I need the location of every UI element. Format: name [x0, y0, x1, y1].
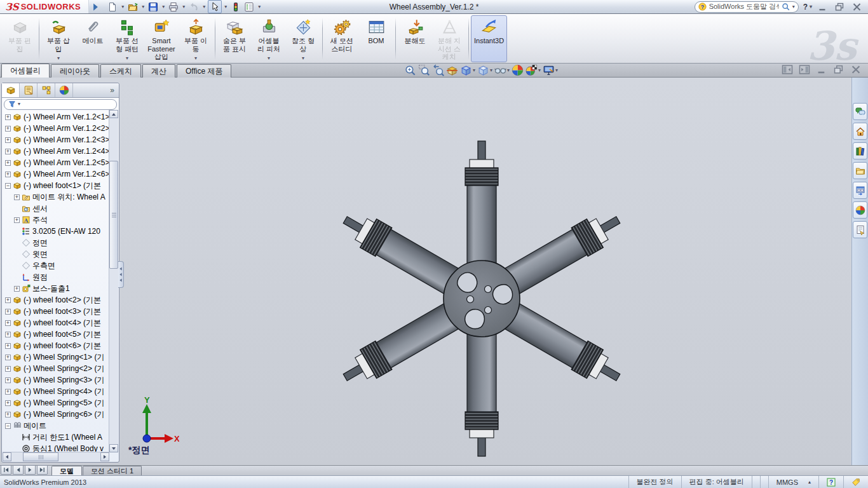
expand-toggle[interactable]: +: [5, 114, 11, 120]
expand-toggle[interactable]: +: [5, 355, 11, 360]
vertical-scroll-thumb[interactable]: [109, 161, 118, 269]
doc-minimize-button[interactable]: [816, 65, 827, 74]
expand-toggle[interactable]: +: [5, 320, 11, 326]
propertymanager-tab[interactable]: [20, 83, 37, 97]
undo-button[interactable]: [187, 1, 200, 13]
tree-item[interactable]: +A주석: [3, 214, 109, 226]
expand-toggle[interactable]: −: [5, 423, 11, 429]
tree-item[interactable]: −(-) wheel foot<1> (기본: [3, 180, 109, 191]
tree-item[interactable]: 동심1 (Wheel Body v: [3, 443, 109, 452]
expand-toggle[interactable]: +: [5, 172, 11, 177]
apply-scene-button-dropdown[interactable]: ▾: [538, 68, 541, 73]
view-orientation-button[interactable]: ▾: [460, 64, 475, 76]
panel-expand-chevron[interactable]: »: [105, 83, 119, 97]
tree-item[interactable]: 거리 한도1 (Wheel A: [3, 431, 109, 443]
tree-item[interactable]: +(-) Wheel Spring<1> (기: [3, 351, 109, 363]
help-search-box[interactable]: ? SolidWorks 도움말 검색 ▾: [695, 1, 799, 13]
expand-toggle[interactable]: +: [5, 389, 11, 395]
featuremanager-tab[interactable]: [2, 83, 20, 97]
configurationmanager-tab[interactable]: [37, 83, 55, 97]
tree-item[interactable]: +(-) Wheel Spring<3> (기: [3, 374, 109, 386]
tree-item[interactable]: +(-) Wheel Spring<5> (기: [3, 397, 109, 409]
mate-button[interactable]: 메이트: [76, 15, 110, 62]
next-tab-button[interactable]: [25, 465, 36, 475]
move-component-button[interactable]: 부품 이 동▾: [179, 15, 213, 62]
assembly-model[interactable]: [0, 78, 868, 465]
expand-toggle[interactable]: +: [5, 309, 11, 315]
undo-button-dropdown[interactable]: ▾: [201, 4, 207, 10]
scroll-left-button[interactable]: [3, 452, 11, 461]
insert-component-button[interactable]: 부품 삽 입▾: [41, 15, 76, 62]
command-tab-레이아웃[interactable]: 레이아웃: [51, 64, 99, 78]
custom-properties-button[interactable]: [853, 221, 867, 238]
new-document-button[interactable]: [106, 1, 119, 13]
resources-button[interactable]: [853, 123, 867, 140]
tree-item[interactable]: +(-) Wheel Arm Ver.1.2<3>: [3, 134, 109, 146]
expand-toggle[interactable]: +: [5, 332, 11, 337]
filter-dropdown-arrow[interactable]: ▾: [18, 102, 20, 107]
options-button[interactable]: [243, 1, 255, 13]
tree-item[interactable]: 센서: [3, 203, 109, 214]
command-tab-스케치[interactable]: 스케치: [100, 64, 141, 78]
close-button[interactable]: [851, 3, 863, 11]
prev-tab-button[interactable]: [13, 465, 24, 475]
tree-item[interactable]: +(-) wheel foot<5> (기본: [3, 329, 109, 340]
pane-left-button[interactable]: [782, 65, 793, 74]
scroll-up-button[interactable]: [109, 110, 118, 118]
units-selector-arrow[interactable]: ▴: [808, 479, 811, 485]
reference-geometry-button[interactable]: 참조 형 상▾: [286, 15, 320, 62]
appearances-button[interactable]: [853, 201, 867, 219]
edit-appearance-button[interactable]: [512, 64, 524, 76]
doc-tab-모델[interactable]: 모델: [51, 466, 82, 475]
new-document-button-dropdown[interactable]: ▾: [119, 4, 126, 10]
command-tab-어셈블리[interactable]: 어셈블리: [1, 64, 50, 78]
units-selector[interactable]: MMGS▴: [768, 476, 818, 488]
expand-toggle[interactable]: +: [5, 400, 11, 406]
tree-item[interactable]: +(-) Wheel Spring<6> (기: [3, 409, 109, 420]
search-dropdown-arrow[interactable]: ▾: [792, 4, 795, 10]
print-button[interactable]: [167, 1, 180, 13]
tree-horizontal-scrollbar[interactable]: [3, 452, 109, 461]
hide-show-items-button[interactable]: ▾: [494, 64, 510, 76]
expand-toggle[interactable]: +: [5, 297, 11, 303]
tree-item[interactable]: +(-) Wheel Arm Ver.1.2<5>: [3, 157, 109, 168]
expand-toggle[interactable]: +: [14, 286, 20, 292]
zoom-area-button[interactable]: [418, 64, 430, 76]
status-tag-button[interactable]: [843, 476, 868, 488]
save-button[interactable]: [147, 1, 159, 13]
forum-button[interactable]: [853, 103, 867, 120]
expand-toggle[interactable]: +: [5, 160, 11, 166]
show-hidden-components-button[interactable]: 숨은 부 품 표시: [217, 15, 252, 62]
tree-item[interactable]: +(-) wheel foot<4> (기본: [3, 317, 109, 329]
view-orientation-button-dropdown[interactable]: ▾: [473, 68, 475, 73]
horizontal-scroll-thumb[interactable]: [23, 452, 58, 461]
expand-toggle[interactable]: +: [5, 377, 11, 383]
expand-toggle[interactable]: +: [5, 137, 11, 143]
tree-item[interactable]: +(-) wheel foot<6> (기본: [3, 340, 109, 351]
tree-item[interactable]: +(-) Wheel Arm Ver.1.2<2>: [3, 123, 109, 134]
select-button-dropdown[interactable]: ▾: [222, 4, 229, 10]
new-motion-study-button[interactable]: 새 모션 스터디: [325, 15, 359, 62]
doc-tab-모션 스터디 1[interactable]: 모션 스터디 1: [83, 466, 142, 475]
exploded-view-button[interactable]: 분해도: [398, 15, 432, 62]
graphics-viewport[interactable]: » ▾ +(-) Wheel Arm Ver.1.2<1>+(-) Wheel …: [0, 78, 868, 465]
expand-toggle[interactable]: +: [5, 412, 11, 417]
tree-item[interactable]: +(-) wheel foot<3> (기본: [3, 306, 109, 317]
expand-toggle[interactable]: +: [14, 194, 20, 200]
view-settings-button[interactable]: ▾: [543, 64, 558, 76]
print-button-dropdown[interactable]: ▾: [180, 4, 187, 10]
help-button[interactable]: ?▾: [803, 3, 812, 11]
tree-item[interactable]: +(-) Wheel Spring<4> (기: [3, 386, 109, 397]
tree-item[interactable]: +(-) Wheel Spring<2> (기: [3, 363, 109, 374]
expand-toggle[interactable]: +: [5, 343, 11, 349]
options-button-dropdown[interactable]: ▾: [256, 4, 262, 10]
minimize-button[interactable]: [817, 3, 829, 11]
apply-scene-button[interactable]: ▾: [526, 64, 541, 76]
tree-item[interactable]: +보스-돌출1: [3, 283, 109, 294]
view-palette-button[interactable]: [853, 182, 867, 199]
smart-fastener-button[interactable]: Smart Fastener 삽입: [144, 15, 179, 62]
section-view-button[interactable]: [446, 64, 458, 76]
display-style-button-dropdown[interactable]: ▾: [490, 68, 492, 73]
scroll-right-button[interactable]: [100, 452, 109, 461]
zoom-fit-button[interactable]: [404, 64, 416, 76]
